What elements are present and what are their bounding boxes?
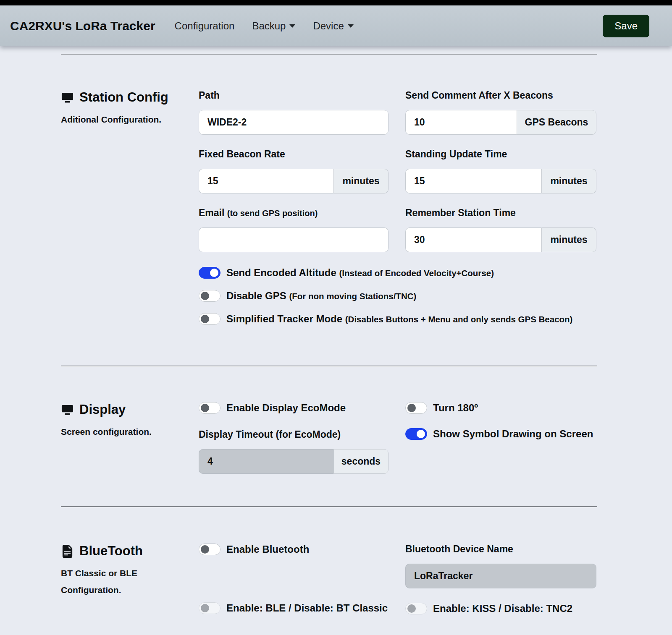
- bluetooth-header: BlueTooth BT Classic or BLE Configuratio…: [61, 544, 199, 614]
- display-timeout-unit: seconds: [333, 449, 388, 474]
- page-content: Station Config Aditional Configuration. …: [0, 54, 672, 614]
- ecomode-row: Enable Display EcoMode: [199, 402, 388, 414]
- fixed-beacon-rate-field: Fixed Beacon Rate minutes: [199, 149, 388, 193]
- turn-180-row: Turn 180º: [405, 402, 596, 414]
- switch-knob: [210, 269, 218, 277]
- station-col-right: Send Comment After X Beacons GPS Beacons…: [405, 90, 596, 266]
- switch-knob: [201, 404, 209, 412]
- path-label: Path: [199, 90, 388, 102]
- browser-top-strip: [0, 0, 672, 5]
- path-field: Path: [199, 90, 388, 135]
- display-fields: Enable Display EcoMode Display Timeout (…: [199, 402, 596, 474]
- display-icon: [61, 403, 74, 416]
- show-symbol-row: Show Symbol Drawing on Screen: [405, 428, 596, 440]
- enable-bluetooth-row: Enable Bluetooth: [199, 544, 388, 555]
- simplified-tracker-switch[interactable]: [199, 313, 220, 325]
- bt-device-name-label: Bluetooth Device Name: [405, 544, 596, 556]
- navbar: CA2RXU's LoRa Tracker Configuration Back…: [0, 5, 672, 46]
- path-input[interactable]: [199, 110, 388, 135]
- save-button[interactable]: Save: [603, 15, 649, 37]
- station-col-left: Path Fixed Beacon Rate minutes Email (to…: [199, 90, 388, 266]
- fixed-beacon-rate-label: Fixed Beacon Rate: [199, 149, 388, 161]
- display-timeout-field: seconds: [199, 449, 388, 474]
- display-col-left: Enable Display EcoMode Display Timeout (…: [199, 402, 388, 474]
- email-label: Email (to send GPS position): [199, 207, 388, 220]
- kiss-tnc2-row: Enable: KISS / Disable: TNC2: [405, 603, 596, 614]
- email-input[interactable]: [199, 227, 388, 252]
- disable-gps-switch[interactable]: [199, 290, 220, 302]
- section-station-config: Station Config Aditional Configuration. …: [61, 55, 597, 336]
- station-config-title: Station Config: [61, 90, 199, 105]
- main-nav: Configuration Backup Device: [175, 20, 354, 32]
- section-bluetooth: BlueTooth BT Classic or BLE Configuratio…: [61, 507, 597, 614]
- kiss-tnc2-switch: [405, 603, 427, 614]
- remember-station-label: Remember Station Time: [405, 207, 596, 220]
- email-field: Email (to send GPS position): [199, 207, 388, 252]
- ble-classic-row: Enable: BLE / Disable: BT Classic: [199, 602, 388, 614]
- switch-knob: [407, 404, 416, 412]
- standing-update-label: Standing Update Time: [405, 149, 596, 161]
- nav-configuration[interactable]: Configuration: [175, 20, 235, 32]
- bluetooth-col-right: Bluetooth Device Name Enable: KISS / Dis…: [405, 544, 596, 614]
- fixed-beacon-rate-unit: minutes: [333, 169, 388, 193]
- ble-classic-switch: [199, 602, 220, 614]
- switch-knob: [407, 604, 416, 613]
- file-text-icon: [61, 545, 74, 558]
- switch-knob: [201, 545, 209, 554]
- standing-update-input[interactable]: [405, 169, 541, 193]
- enable-ecomode-switch[interactable]: [199, 402, 220, 414]
- station-config-header: Station Config Aditional Configuration.: [61, 90, 199, 336]
- disable-gps-row: Disable GPS (For non moving Stations/TNC…: [199, 290, 596, 302]
- fixed-beacon-rate-input[interactable]: [199, 169, 333, 193]
- send-comment-label: Send Comment After X Beacons: [405, 90, 596, 102]
- remember-station-unit: minutes: [541, 227, 596, 252]
- send-comment-input[interactable]: [405, 110, 517, 135]
- display-header: Display Screen configuration.: [61, 402, 199, 474]
- bluetooth-col-left: Enable Bluetooth Enable: BLE / Disable: …: [199, 544, 388, 614]
- send-encoded-altitude-row: Send Encoded Altitude (Instead of Encode…: [199, 267, 596, 279]
- switch-knob: [417, 430, 425, 438]
- standing-update-field: Standing Update Time minutes: [405, 149, 596, 193]
- display-timeout-input: [199, 449, 333, 474]
- station-config-subtitle: Aditional Configuration.: [61, 111, 199, 128]
- display-timeout-label: Display Timeout (for EcoMode): [199, 429, 388, 442]
- switch-knob: [201, 315, 209, 323]
- display-col-right: Turn 180º Show Symbol Drawing on Screen: [405, 402, 596, 474]
- bt-device-name-input: [405, 564, 596, 588]
- display-icon: [61, 91, 74, 104]
- remember-station-field: Remember Station Time minutes: [405, 207, 596, 252]
- display-title: Display: [61, 402, 199, 417]
- station-toggles: Send Encoded Altitude (Instead of Encode…: [199, 267, 596, 336]
- nav-device-dropdown[interactable]: Device: [313, 20, 353, 32]
- turn-180-switch[interactable]: [405, 402, 427, 414]
- chevron-down-icon: [289, 24, 295, 28]
- station-config-fields: Path Fixed Beacon Rate minutes Email (to…: [199, 90, 596, 336]
- simplified-tracker-row: Simplified Tracker Mode (Disables Button…: [199, 313, 596, 325]
- section-display: Display Screen configuration. Enable Dis…: [61, 366, 597, 474]
- send-comment-unit: GPS Beacons: [517, 110, 596, 135]
- remember-station-input[interactable]: [405, 227, 541, 252]
- enable-bluetooth-switch[interactable]: [199, 544, 220, 555]
- bluetooth-subtitle: BT Classic or BLE Configuration.: [61, 565, 149, 598]
- app-title: CA2RXU's LoRa Tracker: [10, 19, 155, 33]
- chevron-down-icon: [348, 24, 354, 28]
- bluetooth-fields: Enable Bluetooth Enable: BLE / Disable: …: [199, 544, 596, 614]
- switch-knob: [201, 292, 209, 300]
- bluetooth-title: BlueTooth: [61, 544, 199, 559]
- show-symbol-switch[interactable]: [405, 428, 427, 440]
- nav-backup-dropdown[interactable]: Backup: [252, 20, 295, 32]
- send-comment-field: Send Comment After X Beacons GPS Beacons: [405, 90, 596, 135]
- display-subtitle: Screen configuration.: [61, 423, 199, 440]
- switch-knob: [201, 604, 209, 612]
- send-encoded-altitude-switch[interactable]: [199, 267, 220, 279]
- standing-update-unit: minutes: [541, 169, 596, 193]
